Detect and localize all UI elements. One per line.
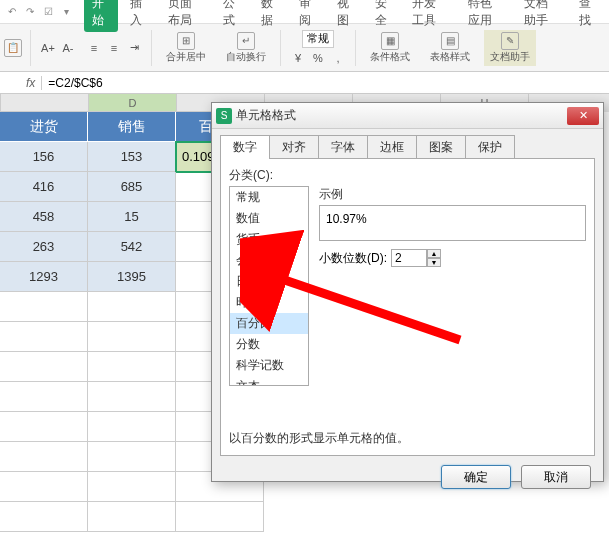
tab-start[interactable]: 开始 xyxy=(84,0,118,32)
conditional-format-button[interactable]: ▦ 条件格式 xyxy=(364,30,416,66)
col-header[interactable] xyxy=(1,94,89,112)
format-options: 示例 10.97% 小数位数(D): ▲ ▼ xyxy=(319,186,586,386)
undo-icon[interactable]: ↶ xyxy=(4,4,20,20)
doc-helper-label: 文档助手 xyxy=(490,50,530,64)
wps-logo-icon: S xyxy=(216,108,232,124)
tab-dev[interactable]: 开发工具 xyxy=(404,0,456,32)
merge-center-button[interactable]: ⊞ 合并居中 xyxy=(160,30,212,66)
formula-bar: fx xyxy=(0,72,609,94)
doc-helper-button[interactable]: ✎ 文档助手 xyxy=(484,30,536,66)
dropdown-icon[interactable]: ▾ xyxy=(58,4,74,20)
category-label: 分类(C): xyxy=(229,167,586,184)
tab-review[interactable]: 审阅 xyxy=(291,0,325,32)
tab-pattern[interactable]: 图案 xyxy=(416,135,466,159)
cell[interactable]: 1395 xyxy=(88,262,176,292)
tab-align[interactable]: 对齐 xyxy=(269,135,319,159)
cond-label: 条件格式 xyxy=(370,50,410,64)
align-left-icon[interactable]: ≡ xyxy=(85,40,103,56)
spin-down-icon[interactable]: ▼ xyxy=(427,258,441,267)
cell-format-dialog: S 单元格格式 ✕ 数字 对齐 字体 边框 图案 保护 分类(C): 常规 数值… xyxy=(211,102,604,482)
cat-percentage[interactable]: 百分比 xyxy=(230,313,308,334)
cat-general[interactable]: 常规 xyxy=(230,187,308,208)
dialog-titlebar[interactable]: S 单元格格式 ✕ xyxy=(212,103,603,129)
tab-font[interactable]: 字体 xyxy=(318,135,368,159)
merge-label: 合并居中 xyxy=(166,50,206,64)
decimals-spinner[interactable]: ▲ ▼ xyxy=(391,249,441,267)
tab-security[interactable]: 安全 xyxy=(367,0,401,32)
cell[interactable]: 416 xyxy=(0,172,88,202)
table-style-label: 表格样式 xyxy=(430,50,470,64)
cat-accounting[interactable]: 会计专用 xyxy=(230,250,308,271)
font-increase[interactable]: A+ xyxy=(39,40,57,56)
cancel-button[interactable]: 取消 xyxy=(521,465,591,489)
header-stock[interactable]: 进货 xyxy=(0,112,88,142)
cell[interactable]: 542 xyxy=(88,232,176,262)
sample-box: 10.97% xyxy=(319,205,586,241)
format-description: 以百分数的形式显示单元格的值。 xyxy=(229,430,409,447)
fx-label[interactable]: fx xyxy=(20,76,42,90)
tab-view[interactable]: 视图 xyxy=(329,0,363,32)
cat-time[interactable]: 时间 xyxy=(230,292,308,313)
tab-formula[interactable]: 公式 xyxy=(215,0,249,32)
table-style-icon: ▤ xyxy=(441,32,459,50)
cat-text[interactable]: 文本 xyxy=(230,376,308,386)
font-decrease[interactable]: A- xyxy=(59,40,77,56)
comma-icon[interactable]: , xyxy=(329,50,347,66)
category-list[interactable]: 常规 数值 货币 会计专用 日期 时间 百分比 分数 科学记数 文本 特殊 自定… xyxy=(229,186,309,386)
formula-input[interactable] xyxy=(42,76,609,90)
save-icon[interactable]: ☑ xyxy=(40,4,56,20)
paste-icon[interactable]: 📋 xyxy=(4,39,22,57)
table-style-button[interactable]: ▤ 表格样式 xyxy=(424,30,476,66)
tab-special[interactable]: 特色应用 xyxy=(460,0,512,32)
tab-data[interactable]: 数据 xyxy=(253,0,287,32)
number-format-dropdown[interactable]: 常规 xyxy=(302,30,334,48)
tab-border[interactable]: 边框 xyxy=(367,135,417,159)
cell[interactable]: 156 xyxy=(0,142,88,172)
redo-icon[interactable]: ↷ xyxy=(22,4,38,20)
col-header-d[interactable]: D xyxy=(89,94,177,112)
dialog-body: 分类(C): 常规 数值 货币 会计专用 日期 时间 百分比 分数 科学记数 文… xyxy=(220,158,595,456)
cell[interactable]: 1293 xyxy=(0,262,88,292)
percent-icon[interactable]: % xyxy=(309,50,327,66)
tab-layout[interactable]: 页面布局 xyxy=(160,0,212,32)
menu-bar: ↶ ↷ ☑ ▾ 开始 插入 页面布局 公式 数据 审阅 视图 安全 开发工具 特… xyxy=(0,0,609,24)
wrap-icon: ↵ xyxy=(237,32,255,50)
tab-find[interactable]: 查找 xyxy=(571,0,605,32)
tab-protect[interactable]: 保护 xyxy=(465,135,515,159)
cat-scientific[interactable]: 科学记数 xyxy=(230,355,308,376)
cond-format-icon: ▦ xyxy=(381,32,399,50)
decimals-label: 小数位数(D): xyxy=(319,250,387,267)
doc-helper-icon: ✎ xyxy=(501,32,519,50)
dialog-tabs: 数字 对齐 字体 边框 图案 保护 xyxy=(212,129,603,159)
align-center-icon[interactable]: ≡ xyxy=(105,40,123,56)
quick-access: ↶ ↷ ☑ ▾ xyxy=(4,4,74,20)
cell[interactable]: 458 xyxy=(0,202,88,232)
cat-number[interactable]: 数值 xyxy=(230,208,308,229)
header-sales[interactable]: 销售 xyxy=(88,112,176,142)
sample-label: 示例 xyxy=(319,186,586,203)
close-button[interactable]: ✕ xyxy=(567,107,599,125)
cell[interactable]: 153 xyxy=(88,142,176,172)
cat-fraction[interactable]: 分数 xyxy=(230,334,308,355)
dialog-title: 单元格格式 xyxy=(236,107,567,124)
currency-icon[interactable]: ¥ xyxy=(289,50,307,66)
indent-icon[interactable]: ⇥ xyxy=(125,40,143,56)
tab-number[interactable]: 数字 xyxy=(220,135,270,159)
dialog-buttons: 确定 取消 xyxy=(212,465,603,499)
wrap-label: 自动换行 xyxy=(226,50,266,64)
decimals-input[interactable] xyxy=(391,249,427,267)
cell[interactable]: 263 xyxy=(0,232,88,262)
tab-dochelp[interactable]: 文档助手 xyxy=(516,0,568,32)
cell[interactable]: 685 xyxy=(88,172,176,202)
cat-date[interactable]: 日期 xyxy=(230,271,308,292)
ok-button[interactable]: 确定 xyxy=(441,465,511,489)
menu-tabs: 开始 插入 页面布局 公式 数据 审阅 视图 安全 开发工具 特色应用 文档助手… xyxy=(84,0,605,32)
wrap-text-button[interactable]: ↵ 自动换行 xyxy=(220,30,272,66)
font-group: A+ A- xyxy=(39,40,77,56)
spin-up-icon[interactable]: ▲ xyxy=(427,249,441,258)
merge-icon: ⊞ xyxy=(177,32,195,50)
cell[interactable]: 15 xyxy=(88,202,176,232)
tab-insert[interactable]: 插入 xyxy=(122,0,156,32)
cat-currency[interactable]: 货币 xyxy=(230,229,308,250)
